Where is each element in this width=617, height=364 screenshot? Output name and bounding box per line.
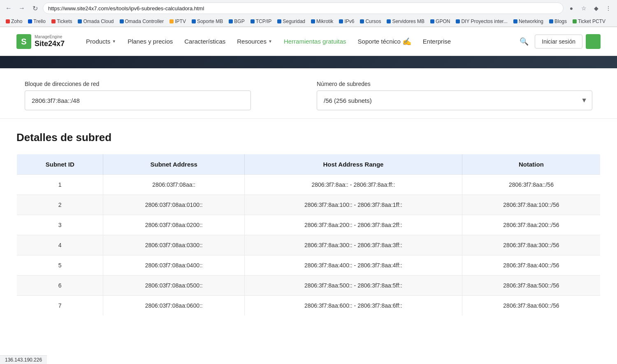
- hero-section: [0, 56, 617, 68]
- subnet-count-wrapper: /49 (2 subnets) /50 (4 subnets) /51 (8 s…: [317, 90, 592, 110]
- logo-manage-engine: ManageEngine: [35, 35, 65, 39]
- logo-area[interactable]: S ManageEngine Site24x7: [16, 34, 65, 49]
- col-notation: Notation: [462, 154, 600, 175]
- form-section: Bloque de direcciones de red Número de s…: [0, 68, 617, 119]
- subnet-count-label: Número de subredes: [317, 81, 592, 87]
- subnet-count-select[interactable]: /49 (2 subnets) /50 (4 subnets) /51 (8 s…: [317, 90, 592, 110]
- bookmark-ticket-pctv[interactable]: Ticket PCTV: [570, 18, 608, 25]
- bookmark-servidores-mb[interactable]: Servidores MB: [384, 18, 427, 25]
- bookmark-seguridad[interactable]: Seguridad: [275, 18, 308, 25]
- cell-host-range: 2806:3f7:8aa:100:: - 2806:3f7:8aa:1ff::: [244, 195, 462, 215]
- logo-site24x7: Site24x7: [35, 39, 65, 49]
- network-block-group: Bloque de direcciones de red: [25, 81, 300, 110]
- cell-subnet-address: 2806:03f7:08aa:0600::: [103, 296, 244, 316]
- subnet-count-group: Número de subredes /49 (2 subnets) /50 (…: [317, 81, 592, 110]
- star-icon[interactable]: ☆: [578, 3, 589, 14]
- search-button[interactable]: 🔍: [517, 34, 531, 49]
- table-section: Detalles de subred Subnet ID Subnet Addr…: [0, 119, 617, 332]
- cell-notation: 2806:3f7:8aa:300::/56: [462, 235, 600, 255]
- cell-host-range: 2806:3f7:8aa:200:: - 2806:3f7:8aa:2ff::: [244, 215, 462, 235]
- col-subnet-address: Subnet Address: [103, 154, 244, 175]
- login-button[interactable]: Iniciar sesión: [535, 35, 582, 49]
- network-block-label: Bloque de direcciones de red: [25, 81, 300, 87]
- cell-subnet-id: 4: [17, 235, 103, 255]
- cell-subnet-id: 5: [17, 255, 103, 276]
- nav-enterprise[interactable]: Enterprise: [418, 35, 456, 48]
- table-header: Subnet ID Subnet Address Host Address Ra…: [17, 154, 601, 175]
- cell-host-range: 2806:3f7:8aa:600:: - 2806:3f7:8aa:6ff::: [244, 296, 462, 316]
- cell-host-range: 2806:3f7:8aa:: - 2806:3f7:8aa:ff::: [244, 175, 462, 195]
- profile-icon[interactable]: ●: [566, 3, 577, 14]
- bookmark-bgp[interactable]: BGP: [226, 18, 247, 25]
- cell-subnet-address: 2806:03f7:08aa:0100::: [103, 195, 244, 215]
- cell-host-range: 2806:3f7:8aa:500:: - 2806:3f7:8aa:5ff::: [244, 276, 462, 296]
- cell-subnet-id: 2: [17, 195, 103, 215]
- refresh-button[interactable]: ↻: [30, 3, 40, 14]
- table-row: 22806:03f7:08aa:0100::2806:3f7:8aa:100::…: [17, 195, 601, 215]
- bookmark-zoho[interactable]: Zoho: [3, 18, 25, 25]
- bookmark-cursos[interactable]: Cursos: [357, 18, 383, 25]
- cell-subnet-address: 2806:03f7:08aa:0500::: [103, 276, 244, 296]
- bookmark-tcpip[interactable]: TCP/IP: [248, 18, 274, 25]
- bookmark-gpon[interactable]: GPON: [428, 18, 452, 25]
- bookmark-omada-controller[interactable]: Omada Controller: [117, 18, 167, 25]
- cell-notation: 2806:3f7:8aa:100::/56: [462, 195, 600, 215]
- bookmark-diy[interactable]: DIY Proyectos inter...: [453, 18, 510, 25]
- bookmark-mikrotik[interactable]: Mikrotik: [308, 18, 336, 25]
- table-row: 62806:03f7:08aa:0500::2806:3f7:8aa:500::…: [17, 276, 601, 296]
- cell-subnet-address: 2806:03f7:08aa:0400::: [103, 255, 244, 276]
- bookmark-ipv6[interactable]: IPv6: [336, 18, 357, 25]
- cell-notation: 2806:3f7:8aa:500::/56: [462, 276, 600, 296]
- table-title: Detalles de subred: [16, 119, 601, 144]
- bookmark-omada-cloud[interactable]: Omada Cloud: [75, 18, 116, 25]
- cell-notation: 2806:3f7:8aa:600::/56: [462, 296, 600, 316]
- bookmark-blogs[interactable]: Blogs: [547, 18, 569, 25]
- browser-icons: ● ☆ ◆ ⋮: [566, 3, 614, 14]
- cell-host-range: 2806:3f7:8aa:400:: - 2806:3f7:8aa:4ff::: [244, 255, 462, 276]
- cell-notation: 2806:3f7:8aa::/56: [462, 175, 600, 195]
- cell-subnet-address: 2806:03f7:08aa::: [103, 175, 244, 195]
- address-bar[interactable]: [43, 2, 564, 14]
- logo-text: ManageEngine Site24x7: [35, 35, 65, 49]
- navigation-menu: Products ▼ Planes y precios Característi…: [81, 34, 517, 49]
- back-button[interactable]: ←: [3, 3, 14, 14]
- table-row: 32806:03f7:08aa:0200::2806:3f7:8aa:200::…: [17, 215, 601, 235]
- bookmark-tickets[interactable]: Tickets: [49, 18, 75, 25]
- nav-resources[interactable]: Resources ▼: [232, 35, 277, 48]
- logo-icon: S: [16, 34, 31, 49]
- col-host-range: Host Address Range: [244, 154, 462, 175]
- network-block-input[interactable]: [25, 90, 251, 110]
- nav-soporte[interactable]: Soporte técnico ✍: [353, 34, 416, 49]
- cell-subnet-address: 2806:03f7:08aa:0200::: [103, 215, 244, 235]
- nav-products[interactable]: Products ▼: [81, 35, 121, 48]
- nav-planes-precios[interactable]: Planes y precios: [123, 35, 178, 48]
- bookmark-soporte-mb[interactable]: Soporte MB: [189, 18, 225, 25]
- table-row: 12806:03f7:08aa::2806:3f7:8aa:: - 2806:3…: [17, 175, 601, 195]
- cell-host-range: 2806:3f7:8aa:300:: - 2806:3f7:8aa:3ff::: [244, 235, 462, 255]
- nav-caracteristicas[interactable]: Características: [179, 35, 230, 48]
- bookmarks-bar: Zoho Trello Tickets Omada Cloud Omada Co…: [0, 16, 617, 27]
- bookmark-networking[interactable]: Networking: [511, 18, 546, 25]
- bookmark-trello[interactable]: Trello: [26, 18, 48, 25]
- menu-icon[interactable]: ⋮: [603, 3, 614, 14]
- extensions-icon[interactable]: ◆: [591, 3, 601, 14]
- cell-notation: 2806:3f7:8aa:400::/56: [462, 255, 600, 276]
- cell-notation: 2806:3f7:8aa:200::/56: [462, 215, 600, 235]
- forward-button[interactable]: →: [16, 3, 27, 14]
- table-row: 72806:03f7:08aa:0600::2806:3f7:8aa:600::…: [17, 296, 601, 316]
- cell-subnet-address: 2806:03f7:08aa:0300::: [103, 235, 244, 255]
- cell-subnet-id: 6: [17, 276, 103, 296]
- cta-button[interactable]: [586, 34, 601, 49]
- chevron-down-icon: ▼: [112, 39, 116, 44]
- browser-toolbar: ← → ↻ ● ☆ ◆ ⋮: [0, 0, 617, 16]
- nav-herramientas[interactable]: Herramientas gratuitas: [279, 35, 351, 48]
- cell-subnet-id: 1: [17, 175, 103, 195]
- table-row: 52806:03f7:08aa:0400::2806:3f7:8aa:400::…: [17, 255, 601, 276]
- hand-cursor-icon: ✍: [402, 37, 411, 46]
- bookmark-iptv[interactable]: IPTV: [167, 18, 188, 25]
- nav-actions: 🔍 Iniciar sesión: [517, 34, 601, 49]
- svg-text:S: S: [21, 37, 26, 46]
- cell-subnet-id: 3: [17, 215, 103, 235]
- col-subnet-id: Subnet ID: [17, 154, 103, 175]
- browser-chrome: ← → ↻ ● ☆ ◆ ⋮ Zoho Trello Tickets Omada …: [0, 0, 617, 27]
